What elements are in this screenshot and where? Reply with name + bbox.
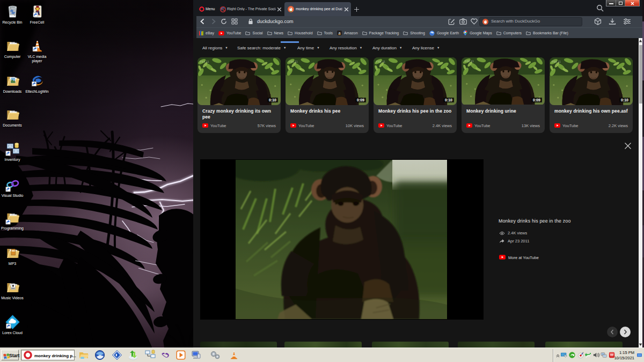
svg-text:a: a	[339, 31, 341, 35]
